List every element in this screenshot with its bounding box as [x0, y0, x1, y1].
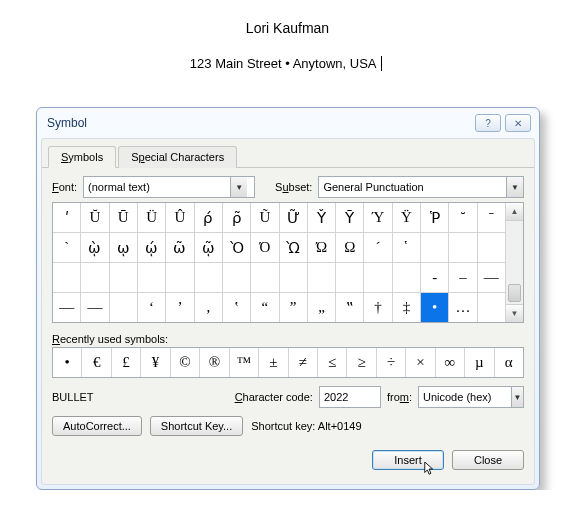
symbol-cell[interactable]: ― [53, 293, 81, 322]
symbol-cell[interactable]: Ü [138, 203, 166, 233]
symbol-cell[interactable]: ῲ [81, 233, 109, 263]
symbol-cell[interactable]: - [421, 263, 449, 293]
recent-symbol-cell[interactable]: ® [200, 348, 229, 377]
symbol-cell[interactable]: ῴ [138, 233, 166, 263]
autocorrect-button[interactable]: AutoCorrect... [52, 416, 142, 436]
symbol-cell[interactable]: Ὸ [223, 233, 251, 263]
recent-symbol-cell[interactable]: α [495, 348, 523, 377]
symbol-cell[interactable]: Ŭ [81, 203, 109, 233]
recent-symbol-cell[interactable]: £ [112, 348, 141, 377]
symbol-cell[interactable]: Ω [336, 233, 364, 263]
symbol-cell[interactable]: ‛ [223, 293, 251, 322]
symbol-cell[interactable] [393, 263, 421, 293]
symbol-cell[interactable]: ˉ [478, 203, 505, 233]
symbol-cell[interactable]: Ȳ [336, 203, 364, 233]
symbol-cell[interactable] [166, 263, 194, 293]
close-window-button[interactable]: ✕ [505, 114, 531, 132]
symbol-cell[interactable]: „ [308, 293, 336, 322]
symbol-cell[interactable] [138, 263, 166, 293]
symbol-cell[interactable]: Ữ [280, 203, 308, 233]
close-button[interactable]: Close [452, 450, 524, 470]
symbol-cell[interactable]: Ώ [308, 233, 336, 263]
symbol-cell[interactable]: Ύ [364, 203, 392, 233]
symbol-cell[interactable] [81, 263, 109, 293]
symbol-cell[interactable]: “ [251, 293, 279, 322]
recent-symbol-cell[interactable]: ≥ [347, 348, 376, 377]
symbol-cell[interactable]: Ό [251, 233, 279, 263]
symbol-cell[interactable]: ‟ [336, 293, 364, 322]
recent-symbol-cell[interactable]: ¥ [141, 348, 170, 377]
scroll-thumb[interactable] [508, 284, 521, 302]
code-input-wrap[interactable] [319, 386, 381, 408]
symbol-cell[interactable] [280, 263, 308, 293]
recent-symbol-cell[interactable]: ÷ [377, 348, 406, 377]
symbol-cell[interactable]: ῳ [110, 233, 138, 263]
recent-symbol-cell[interactable]: ™ [230, 348, 259, 377]
symbol-cell[interactable]: Ϋ [393, 203, 421, 233]
symbol-cell[interactable]: ` [53, 233, 81, 263]
symbol-cell[interactable]: ρ̃ [223, 203, 251, 233]
insert-button[interactable]: Insert [372, 450, 444, 470]
scroll-down-icon[interactable]: ▼ [506, 304, 523, 322]
symbol-cell[interactable]: ˘ [449, 203, 477, 233]
chevron-down-icon[interactable]: ▼ [506, 177, 523, 197]
scroll-up-icon[interactable]: ▲ [506, 203, 523, 221]
recent-symbol-cell[interactable]: © [171, 348, 200, 377]
symbol-cell[interactable]: Û [166, 203, 194, 233]
recent-symbol-cell[interactable]: × [406, 348, 435, 377]
symbol-cell[interactable] [478, 293, 505, 322]
tab-symbols[interactable]: Symbols [48, 146, 116, 168]
symbol-cell[interactable] [478, 233, 505, 263]
symbol-cell[interactable] [251, 263, 279, 293]
symbol-cell[interactable]: Y̌ [308, 203, 336, 233]
symbol-cell[interactable]: ῶ [166, 233, 194, 263]
symbol-cell[interactable]: ῷ [195, 233, 223, 263]
symbol-cell[interactable]: ‡ [393, 293, 421, 322]
symbol-cell[interactable]: Ũ [251, 203, 279, 233]
symbol-cell[interactable]: ‚ [195, 293, 223, 322]
recent-symbol-cell[interactable]: ∞ [436, 348, 465, 377]
recent-symbol-cell[interactable]: € [82, 348, 111, 377]
font-combo[interactable]: ▼ [83, 176, 255, 198]
help-button[interactable]: ? [475, 114, 501, 132]
character-code-input[interactable] [320, 388, 380, 406]
symbol-cell[interactable]: ῾ [393, 233, 421, 263]
symbol-cell[interactable]: • [421, 293, 449, 322]
symbol-cell[interactable] [110, 263, 138, 293]
from-combo[interactable]: ▼ [418, 386, 524, 408]
symbol-cell[interactable] [110, 293, 138, 322]
recent-symbol-cell[interactable]: • [53, 348, 82, 377]
symbol-cell[interactable]: — [81, 293, 109, 322]
symbol-cell[interactable]: — [478, 263, 505, 293]
recent-symbol-cell[interactable]: ≠ [289, 348, 318, 377]
chevron-down-icon[interactable]: ▼ [230, 177, 247, 197]
shortcut-key-button[interactable]: Shortcut Key... [150, 416, 243, 436]
recent-symbol-cell[interactable]: ± [259, 348, 288, 377]
symbol-cell[interactable] [223, 263, 251, 293]
symbol-cell[interactable]: ‘ [138, 293, 166, 322]
symbol-cell[interactable] [53, 263, 81, 293]
from-input[interactable] [419, 388, 511, 406]
symbol-cell[interactable]: ʹ [53, 203, 81, 233]
symbol-cell[interactable] [308, 263, 336, 293]
chevron-down-icon[interactable]: ▼ [511, 387, 523, 407]
recent-symbol-cell[interactable]: µ [465, 348, 494, 377]
symbol-cell[interactable]: … [449, 293, 477, 322]
symbol-cell[interactable]: ´ [364, 233, 392, 263]
subset-input[interactable] [319, 178, 506, 196]
symbol-cell[interactable] [336, 263, 364, 293]
symbol-cell[interactable]: Ὼ [280, 233, 308, 263]
font-input[interactable] [84, 178, 230, 196]
symbol-cell[interactable]: † [364, 293, 392, 322]
symbol-cell[interactable] [195, 263, 223, 293]
symbol-cell[interactable] [421, 233, 449, 263]
symbol-cell[interactable]: ρ́ [195, 203, 223, 233]
symbol-cell[interactable]: ’ [166, 293, 194, 322]
scrollbar[interactable]: ▲ ▼ [505, 203, 523, 322]
symbol-cell[interactable]: – [449, 263, 477, 293]
symbol-cell[interactable] [364, 263, 392, 293]
recent-symbol-cell[interactable]: ≤ [318, 348, 347, 377]
symbol-cell[interactable] [449, 233, 477, 263]
symbol-cell[interactable]: ” [280, 293, 308, 322]
tab-special-characters[interactable]: Special Characters [118, 146, 237, 168]
